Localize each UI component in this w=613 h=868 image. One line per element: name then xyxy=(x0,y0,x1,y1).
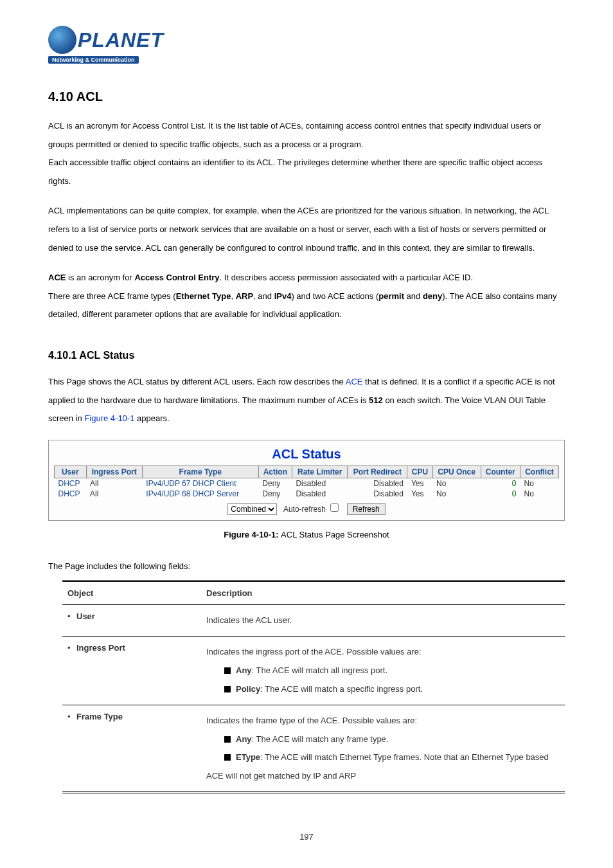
table-row: DHCP All IPv4/UDP 67 DHCP Client Deny Di… xyxy=(55,478,559,489)
figure-caption: Figure 4-10-1: ACL Status Page Screensho… xyxy=(48,530,565,539)
cell-description: Indicates the frame type of the ACE. Pos… xyxy=(201,705,565,793)
term-deny: deny xyxy=(423,291,442,301)
refresh-button[interactable]: Refresh xyxy=(347,503,386,515)
acl-status-panel: ACL Status User Ingress Port Frame Type … xyxy=(48,440,565,521)
cell-cpuonce: No xyxy=(432,489,481,499)
col-frame-type: Frame Type xyxy=(142,466,258,478)
value-max-aces: 512 xyxy=(369,395,383,405)
term-ethernet-type: Ethernet Type xyxy=(176,291,231,301)
link-ace[interactable]: ACE xyxy=(346,377,363,386)
fields-table: Object Description •User Indicates the A… xyxy=(62,580,565,794)
cell-user: DHCP xyxy=(55,489,87,499)
text: Each accessible traffic object contains … xyxy=(48,158,542,186)
table-header-row: User Ingress Port Frame Type Action Rate… xyxy=(55,466,559,478)
fields-intro: The Page includes the following fields: xyxy=(48,561,565,571)
heading-acl: 4.10 ACL xyxy=(48,89,565,104)
paragraph-acl-status-intro: This Page shows the ACL status by differ… xyxy=(48,373,565,428)
text: is an acronym for xyxy=(66,273,134,282)
col-object: Object xyxy=(62,581,201,604)
text: Indicates the ingress port of the ACE. P… xyxy=(206,647,422,656)
text: , and xyxy=(253,291,274,301)
text: Indicates the frame type of the ACE. Pos… xyxy=(206,716,417,725)
term-access-control-entry: Access Control Entry xyxy=(134,273,219,282)
cell-redirect: Disabled xyxy=(348,489,407,499)
col-user: User xyxy=(55,466,87,478)
text: , xyxy=(231,291,235,301)
square-bullet-icon xyxy=(224,754,231,761)
object-name: Frame Type xyxy=(76,712,123,721)
term-arp: ARP xyxy=(236,291,253,301)
text: There are three ACE frame types ( xyxy=(48,291,176,301)
paragraph-acl-intro: ACL is an acronym for Access Control Lis… xyxy=(48,117,565,190)
caption-prefix: Figure 4-10-1: xyxy=(224,530,281,539)
brand-logo: PLANET Networking & Communication xyxy=(48,26,565,64)
table-row: •Ingress Port Indicates the ingress port… xyxy=(62,637,565,705)
panel-title: ACL Status xyxy=(54,447,559,462)
page-number: 197 xyxy=(48,832,565,842)
text: ) and two ACE actions ( xyxy=(291,291,378,301)
value-etype: EType xyxy=(236,752,260,762)
square-bullet-icon xyxy=(224,667,231,674)
globe-icon xyxy=(48,26,76,54)
col-rate-limiter: Rate Limiter xyxy=(292,466,348,478)
link-figure[interactable]: Figure 4-10-1 xyxy=(84,413,134,423)
cell-frame: IPv4/UDP 67 DHCP Client xyxy=(142,478,258,489)
square-bullet-icon xyxy=(224,686,231,692)
col-cpu-once: CPU Once xyxy=(432,466,481,478)
text: . It describes access permission associa… xyxy=(220,273,474,282)
cell-rate: Disabled xyxy=(292,478,348,489)
col-counter: Counter xyxy=(481,466,520,478)
auto-refresh-checkbox[interactable] xyxy=(330,503,339,512)
col-port-redirect: Port Redirect xyxy=(348,466,407,478)
cell-cpu: Yes xyxy=(407,489,432,499)
text: : The ACE will match any frame type. xyxy=(252,734,389,744)
cell-action: Deny xyxy=(258,489,292,499)
brand-tagline: Networking & Communication xyxy=(48,56,139,64)
cell-frame: IPv4/UDP 68 DHCP Server xyxy=(142,489,258,499)
paragraph-acl-impl: ACL implementations can be quite complex… xyxy=(48,202,565,257)
acl-status-table: User Ingress Port Frame Type Action Rate… xyxy=(54,466,559,499)
cell-ingress: All xyxy=(86,478,142,489)
cell-action: Deny xyxy=(258,478,292,489)
text: ACL is an acronym for Access Control Lis… xyxy=(48,121,541,149)
cell-conflict: No xyxy=(520,478,558,489)
table-header-row: Object Description xyxy=(62,581,565,604)
term-ace: ACE xyxy=(48,273,66,282)
cell-conflict: No xyxy=(520,489,558,499)
table-row: •User Indicates the ACL user. xyxy=(62,604,565,637)
value-policy: Policy xyxy=(236,684,260,694)
object-name: User xyxy=(76,611,95,621)
table-row: •Frame Type Indicates the frame type of … xyxy=(62,705,565,793)
cell-cpu: Yes xyxy=(407,478,432,489)
term-permit: permit xyxy=(378,291,404,301)
table-row: DHCP All IPv4/UDP 68 DHCP Server Deny Di… xyxy=(55,489,559,499)
paragraph-ace: ACE is an acronym for Access Control Ent… xyxy=(48,269,565,324)
cell-cpuonce: No xyxy=(432,478,481,489)
brand-name: PLANET xyxy=(78,28,164,52)
col-description: Description xyxy=(201,581,565,604)
auto-refresh-label: Auto-refresh xyxy=(283,505,343,514)
cell-ingress: All xyxy=(86,489,142,499)
cell-counter: 0 xyxy=(481,489,520,499)
caption-text: ACL Status Page Screenshot xyxy=(281,530,389,539)
cell-rate: Disabled xyxy=(292,489,348,499)
value-any: Any xyxy=(236,734,252,744)
col-ingress-port: Ingress Port xyxy=(86,466,142,478)
col-conflict: Conflict xyxy=(520,466,558,478)
text: and xyxy=(404,291,423,301)
text: : The ACE will match all ingress port. xyxy=(252,665,387,675)
user-filter-select[interactable]: Combined xyxy=(227,503,277,515)
text: Auto-refresh xyxy=(283,505,326,514)
text: appears. xyxy=(134,413,169,423)
cell-counter: 0 xyxy=(481,478,520,489)
heading-acl-status: 4.10.1 ACL Status xyxy=(48,350,565,361)
cell-object: •User xyxy=(62,604,201,637)
object-name: Ingress Port xyxy=(76,643,125,653)
cell-user: DHCP xyxy=(55,478,87,489)
cell-description: Indicates the ingress port of the ACE. P… xyxy=(201,637,565,705)
square-bullet-icon xyxy=(224,736,231,743)
col-action: Action xyxy=(258,466,292,478)
cell-object: •Frame Type xyxy=(62,705,201,793)
cell-description: Indicates the ACL user. xyxy=(201,604,565,637)
term-ipv4: IPv4 xyxy=(274,291,292,301)
